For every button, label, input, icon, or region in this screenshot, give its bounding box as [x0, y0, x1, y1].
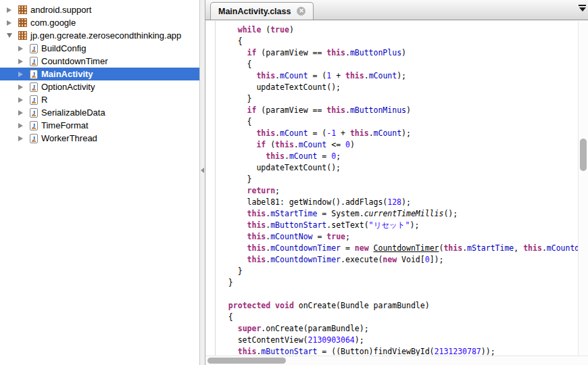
tree-item-label: R: [41, 95, 47, 105]
tree-item-label: android.support: [30, 5, 91, 15]
tree-item-mainactivity[interactable]: JMainActivity: [0, 68, 199, 80]
code-token: 128: [387, 197, 401, 207]
code-token: mCountdownTimer: [270, 243, 341, 253]
horizontal-scrollbar-thumb[interactable]: [207, 358, 286, 364]
code-token: mButtonStart: [270, 220, 326, 230]
code-token: return: [247, 186, 276, 195]
chevron-right-icon[interactable]: [16, 133, 26, 143]
code-token: =: [317, 151, 331, 161]
code-token: ]);: [430, 255, 444, 264]
code-token: );: [397, 71, 406, 80]
chevron-right-icon[interactable]: [16, 56, 26, 66]
java-class-icon: J: [30, 108, 38, 118]
code-line: this.mCount = (-1 + this.mCount);: [219, 128, 578, 139]
disclosure-triangle: [18, 97, 23, 103]
splitter-grip-icon[interactable]: [201, 168, 204, 173]
code-token: .execute(: [341, 255, 383, 264]
code-line: }: [219, 174, 578, 185]
code-token: setContentView(: [219, 335, 308, 345]
code-line: protected void onCreate(Bundle paramBund…: [219, 300, 578, 312]
disclosure-triangle: [18, 59, 23, 64]
vertical-scrollbar[interactable]: [578, 21, 588, 356]
code-token: {: [219, 36, 243, 46]
code-token: while: [238, 25, 262, 34]
tree-item-buildconfig[interactable]: JBuildConfig: [0, 42, 199, 55]
code-token: mButtonMinus: [350, 105, 406, 115]
code-line: {: [219, 116, 578, 128]
java-class-icon: J: [30, 44, 38, 53]
code-token: this: [275, 140, 294, 149]
code-token: (: [266, 140, 275, 149]
code-token: [219, 209, 247, 218]
tree-item-timeformat[interactable]: JTimeFormat: [0, 119, 199, 132]
code-token: [369, 243, 374, 253]
editor-pane: MainActivity.class ✕ while (true) { if (…: [205, 0, 588, 365]
chevron-right-icon[interactable]: [16, 69, 26, 79]
tree-item-serializabledata[interactable]: JSerializableData: [0, 106, 199, 119]
disclosure-triangle: [7, 20, 11, 26]
chevron-right-icon[interactable]: [16, 95, 26, 105]
tree-item-workerthread[interactable]: JWorkerThread: [0, 132, 199, 145]
code-editor[interactable]: while (true) { if (paramView == this.mBu…: [205, 21, 588, 365]
tab-list-bar: [579, 5, 586, 6]
code-token: [219, 324, 238, 333]
vertical-scrollbar-thumb[interactable]: [580, 139, 587, 171]
code-token: .setText(: [326, 220, 368, 230]
code-line: return;: [219, 185, 578, 197]
code-token: +: [336, 128, 350, 138]
java-class-icon: J: [30, 82, 38, 92]
code-token: ));: [481, 347, 495, 356]
code-token: .: [275, 71, 280, 80]
tree-item-com-google[interactable]: com.google: [0, 16, 199, 29]
code-token: <=: [326, 140, 345, 149]
chevron-down-icon[interactable]: [4, 30, 14, 41]
tab-mainactivity-class[interactable]: MainActivity.class ✕: [210, 2, 314, 20]
code-token: true: [326, 232, 345, 241]
code-token: mCount: [369, 71, 397, 80]
chevron-right-icon[interactable]: [4, 5, 14, 15]
code-token: .: [294, 140, 299, 149]
tab-list-dropdown-icon[interactable]: [578, 5, 587, 13]
code-token: updateTextCount();: [219, 163, 341, 172]
package-tree-panel[interactable]: android.supportcom.googlejp.gen.gcreate.…: [0, 0, 199, 365]
horizontal-scrollbar[interactable]: [205, 356, 588, 365]
code-token: [219, 255, 247, 264]
code-token: [219, 232, 247, 241]
tree-item-jp-gen-gcreate-zerosecondthinking-app[interactable]: jp.gen.gcreate.zerosecondthinking.app: [0, 29, 199, 42]
code-link[interactable]: CountdownTimer: [374, 243, 439, 253]
chevron-right-icon[interactable]: [4, 18, 14, 28]
code-token: mCount: [280, 128, 308, 138]
code-line: this.mCountdownTimer = new CountdownTime…: [219, 243, 578, 254]
panel-splitter[interactable]: [199, 0, 205, 365]
close-icon[interactable]: ✕: [297, 7, 305, 16]
code-line: this.mStartTime = System.currentTimeMill…: [219, 208, 578, 220]
tree-item-optionactivity[interactable]: JOptionActivity: [0, 80, 199, 93]
code-token: Void[: [397, 255, 425, 264]
code-line: this.mButtonStart.setText("リセット");: [219, 220, 578, 231]
code-token: {: [219, 59, 251, 69]
code-token: [219, 25, 238, 34]
code-token: (paramView ==: [256, 105, 326, 115]
code-token: }: [219, 278, 233, 287]
tree-item-android-support[interactable]: android.support: [0, 3, 199, 16]
code-token: = ((Button)findViewById(: [317, 347, 434, 356]
code-token: this: [247, 232, 266, 241]
code-token: this: [326, 48, 345, 57]
code-token: mCountdownTimer: [547, 243, 578, 253]
chevron-right-icon[interactable]: [16, 107, 26, 118]
code-text[interactable]: while (true) { if (paramView == this.mBu…: [219, 24, 578, 356]
code-line: label81: getWindow().addFlags(128);: [219, 197, 578, 208]
code-line: while (true): [219, 24, 578, 36]
code-token: mButtonStart: [261, 347, 317, 356]
tree-item-r[interactable]: JR: [0, 93, 199, 106]
code-token: this: [350, 128, 369, 138]
chevron-right-icon[interactable]: [16, 82, 26, 92]
code-token: this: [345, 71, 364, 80]
tree-item-label: TimeFormat: [41, 120, 89, 130]
chevron-right-icon[interactable]: [16, 43, 26, 53]
code-line: }: [219, 277, 578, 289]
chevron-right-icon[interactable]: [16, 120, 26, 130]
code-line: updateTextCount();: [219, 162, 578, 174]
tree-item-countdowntimer[interactable]: JCountdownTimer: [0, 55, 199, 68]
code-token: super: [238, 324, 262, 333]
